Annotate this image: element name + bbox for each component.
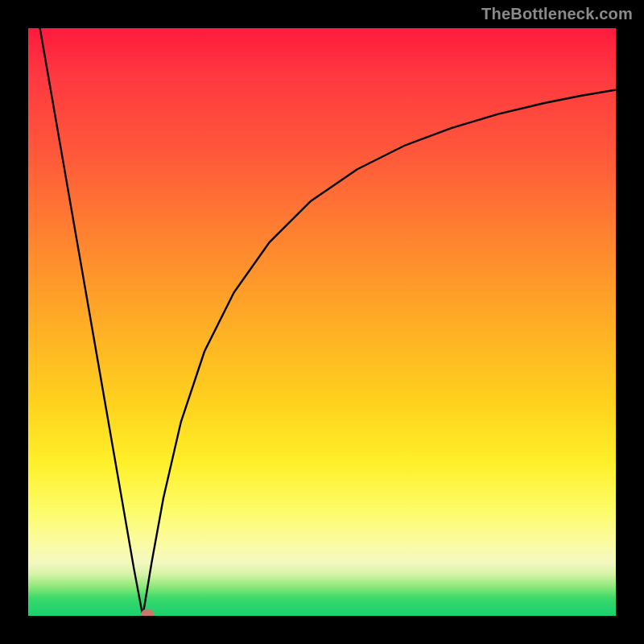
curve-layer bbox=[28, 28, 616, 616]
watermark-text: TheBottleneck.com bbox=[481, 5, 633, 23]
curve-left-branch bbox=[40, 28, 143, 616]
chart-frame: TheBottleneck.com bbox=[0, 0, 644, 644]
curve-right-branch bbox=[142, 90, 616, 616]
plot-area bbox=[28, 28, 616, 616]
